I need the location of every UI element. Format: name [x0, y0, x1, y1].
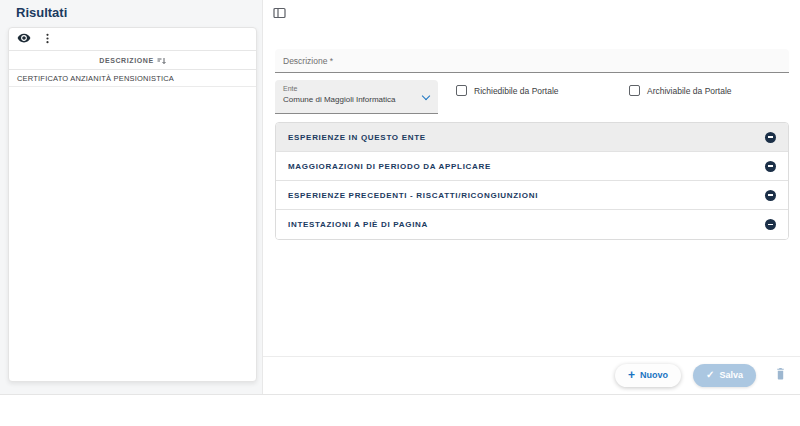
view-button[interactable]	[17, 31, 31, 48]
panel-toggle-icon	[273, 7, 286, 22]
nuovo-button[interactable]: + Nuovo	[615, 364, 681, 387]
section-title: MAGGIORAZIONI DI PERIODO DA APPLICARE	[288, 162, 491, 171]
bottom-bar	[0, 394, 800, 426]
minus-circle-icon[interactable]	[765, 132, 776, 143]
salva-button-label: Salva	[719, 370, 743, 380]
plus-icon: +	[628, 369, 635, 381]
section-esperienze-questo-ente[interactable]: ESPERIENZE IN QUESTO ENTE	[276, 123, 788, 152]
panel-toggle-button[interactable]	[273, 7, 286, 22]
results-region: Risultati DESCRIZIONE CERTIFICATO ANZIAN…	[0, 0, 262, 394]
section-title: ESPERIENZE IN QUESTO ENTE	[288, 133, 426, 142]
results-toolbar	[9, 28, 256, 50]
kebab-icon	[42, 32, 53, 47]
minus-circle-icon[interactable]	[765, 219, 776, 230]
detail-panel: Descrizione * Ente Comune di Maggioli In…	[262, 0, 800, 394]
checkbox-icon	[456, 85, 467, 96]
eye-icon	[17, 31, 31, 48]
column-header-label: DESCRIZIONE	[99, 57, 153, 64]
row-descrizione-value: CERTIFICATO ANZIANITÀ PENSIONISTICA	[17, 74, 174, 83]
ente-select-label: Ente	[283, 84, 430, 94]
ente-select-value: Comune di Maggioli Informatica	[283, 95, 430, 104]
delete-button[interactable]	[774, 366, 787, 384]
checkbox-richiedibile-label: Richiedibile da Portale	[474, 86, 559, 96]
section-maggiorazioni-periodo[interactable]: MAGGIORAZIONI DI PERIODO DA APPLICARE	[276, 152, 788, 181]
minus-circle-icon[interactable]	[765, 161, 776, 172]
salva-button[interactable]: ✓ Salva	[693, 364, 756, 387]
minus-circle-icon[interactable]	[765, 190, 776, 201]
results-card: DESCRIZIONE CERTIFICATO ANZIANITÀ PENSIO…	[8, 27, 257, 382]
section-intestazioni-pie-pagina[interactable]: INTESTAZIONI A PIÈ DI PAGINA	[276, 210, 788, 239]
descrizione-field-label: Descrizione *	[283, 56, 333, 66]
descrizione-field[interactable]: Descrizione *	[275, 49, 789, 73]
nuovo-button-label: Nuovo	[640, 370, 668, 380]
checkbox-archiviabile-label: Archiviabile da Portale	[647, 86, 732, 96]
table-header-descrizione[interactable]: DESCRIZIONE	[9, 50, 256, 70]
trash-icon	[774, 366, 787, 384]
check-icon: ✓	[706, 370, 714, 380]
checkbox-archiviabile[interactable]: Archiviabile da Portale	[629, 85, 732, 96]
accordion: ESPERIENZE IN QUESTO ENTE MAGGIORAZIONI …	[275, 122, 789, 240]
action-bar: + Nuovo ✓ Salva	[263, 356, 800, 393]
sort-icon	[157, 51, 166, 69]
section-esperienze-precedenti[interactable]: ESPERIENZE PRECEDENTI - RISCATTI/RICONGI…	[276, 181, 788, 210]
checkbox-icon	[629, 85, 640, 96]
section-title: INTESTAZIONI A PIÈ DI PAGINA	[288, 220, 428, 229]
page-title: Risultati	[16, 5, 67, 20]
ente-select[interactable]: Ente Comune di Maggioli Informatica	[275, 80, 438, 114]
checkbox-richiedibile[interactable]: Richiedibile da Portale	[456, 85, 559, 96]
results-menu-button[interactable]	[42, 32, 53, 47]
table-row[interactable]: CERTIFICATO ANZIANITÀ PENSIONISTICA	[9, 70, 256, 87]
section-title: ESPERIENZE PRECEDENTI - RISCATTI/RICONGI…	[288, 191, 538, 200]
